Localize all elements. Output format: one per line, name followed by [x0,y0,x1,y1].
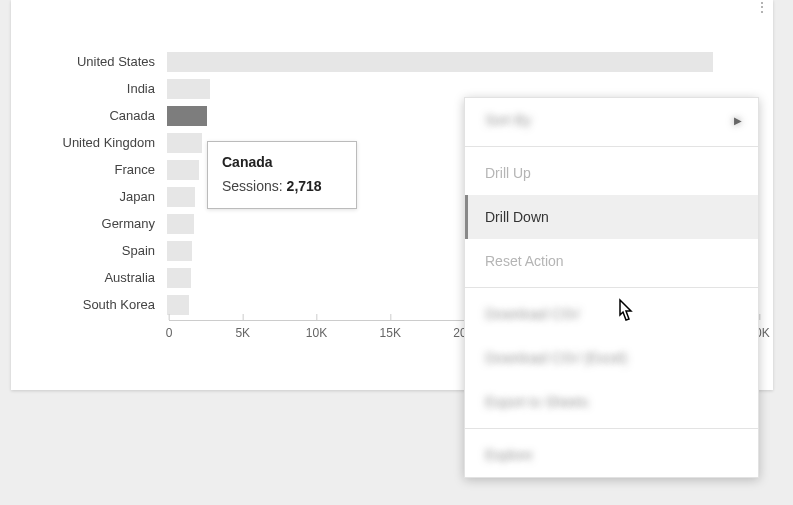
menu-item-drill-down[interactable]: Drill Down [465,195,758,239]
tooltip-title: Canada [222,154,338,170]
chart-tooltip: Canada Sessions: 2,718 [207,141,357,209]
bar[interactable] [167,295,189,315]
bar[interactable] [167,160,199,180]
bar[interactable] [167,268,191,288]
x-tick: 0 [166,320,173,340]
bar[interactable] [167,241,192,261]
category-label: India [29,81,167,96]
menu-item-download-csv[interactable]: Download CSV [465,292,758,336]
category-label: Germany [29,216,167,231]
tooltip-metric-label: Sessions: [222,178,287,194]
x-tick: 15K [380,320,401,340]
category-label: Spain [29,243,167,258]
chevron-right-icon: ▶ [734,115,742,126]
menu-item-export-to-sheets[interactable]: Export to Sheets [465,380,758,424]
category-label: France [29,162,167,177]
menu-item-drill-up: Drill Up [465,151,758,195]
bar[interactable] [167,79,210,99]
bar[interactable] [167,187,195,207]
category-label: Japan [29,189,167,204]
category-label: South Korea [29,297,167,312]
context-menu: Sort By ▶ Drill Up Drill Down Reset Acti… [464,97,759,478]
bar[interactable] [167,133,202,153]
category-label: Australia [29,270,167,285]
category-label: United Kingdom [29,135,167,150]
category-label: United States [29,54,167,69]
chart-row[interactable]: United States [29,48,757,75]
menu-separator [465,287,758,288]
more-options-icon[interactable]: ⋮ [755,4,769,10]
menu-item-reset-action: Reset Action [465,239,758,283]
bar[interactable] [167,52,713,72]
x-tick: 5K [235,320,250,340]
menu-item-explore[interactable]: Explore [465,433,758,477]
menu-separator [465,146,758,147]
menu-item-download-csv-excel[interactable]: Download CSV (Excel) [465,336,758,380]
bar[interactable] [167,106,207,126]
bar[interactable] [167,214,194,234]
menu-item-sort-by[interactable]: Sort By ▶ [465,98,758,142]
menu-separator [465,428,758,429]
x-tick: 10K [306,320,327,340]
category-label: Canada [29,108,167,123]
tooltip-metric-value: 2,718 [287,178,322,194]
